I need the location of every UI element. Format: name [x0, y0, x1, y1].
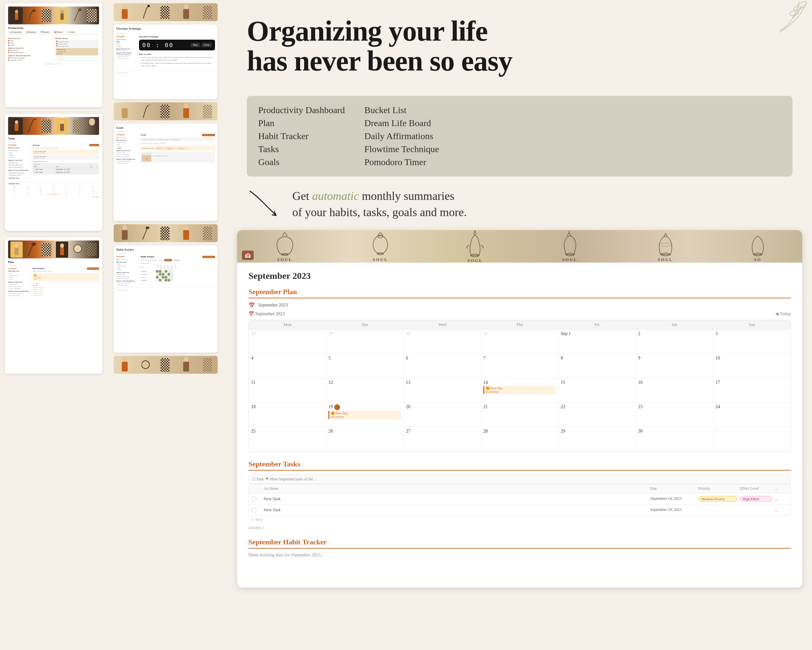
priority-badge: Medium Priority [698, 496, 737, 502]
tasks-section: September Tasks ☐ Task ⚑ Most Important … [249, 460, 791, 530]
feature-col-2: Bucket List Dream Life Board Daily Affir… [365, 105, 439, 167]
cal-cell[interactable]: 31 [481, 330, 558, 354]
tasks-nav: Navigation Plan Your Life • Productivity… [8, 144, 31, 180]
cal-cell[interactable]: 15 [558, 378, 636, 403]
cal-cell[interactable]: 29 [326, 330, 403, 354]
cal-cell[interactable]: 30 [636, 427, 713, 451]
habit-screenshot: Habit Tracker • Instructions Navigation … [114, 245, 218, 353]
cal-cell[interactable]: 26 [326, 427, 403, 451]
calendar-grid: Mon Tue Wed Thu Fri Sat Sun 28 29 30 31 [249, 320, 791, 452]
feature-item: Daily Affirmations [365, 131, 439, 141]
summary-text: Get automatic monthly summaries of your … [292, 188, 467, 221]
feature-col-1: Productivity Dashboard Plan Habit Tracke… [258, 105, 345, 167]
task-checkbox[interactable] [251, 507, 256, 512]
svg-point-11 [15, 243, 18, 248]
task-row-2: New Task September 19, 2023 ... [249, 505, 791, 515]
habit-title: Habit Tracker [116, 248, 215, 251]
tasks-content: All Tasks New Task ☑ All Time⊙ No GroupF… [32, 144, 99, 180]
svg-rect-1 [15, 13, 18, 20]
cal-cell[interactable]: 10 [713, 354, 791, 378]
cal-cell[interactable]: 23 [636, 403, 713, 427]
svg-point-3 [60, 10, 64, 14]
cal-cell[interactable]: 3 [713, 330, 791, 354]
cal-cell[interactable]: 7 [481, 354, 558, 378]
clear-btn[interactable]: Clear [202, 43, 212, 47]
feature-item: Dream Life Board [365, 118, 439, 128]
task-due: September 14, 2023 [650, 496, 696, 501]
plan-art-banner [8, 240, 99, 258]
cal-cell[interactable]: 14 🟠 New Day09/14/2023 [481, 378, 558, 403]
play-btn[interactable]: Play [191, 43, 200, 47]
cal-cell[interactable]: 6 [404, 354, 481, 378]
cal-cell[interactable]: 2 [636, 330, 713, 354]
plan-title: Plan [8, 260, 99, 263]
svg-rect-4 [60, 13, 64, 20]
cal-cell[interactable]: 13 [404, 378, 481, 403]
cal-cell[interactable]: 9 [636, 354, 713, 378]
cal-cell[interactable]: 12 [326, 378, 403, 403]
cal-cell[interactable]: 25 [249, 427, 326, 451]
svg-point-47 [659, 243, 672, 246]
right-section: Organizing your life has never been so e… [227, 0, 812, 650]
svg-point-17 [122, 4, 127, 9]
svg-point-13 [32, 242, 36, 246]
today-btn[interactable]: ◀ Today [775, 311, 791, 316]
plan-content: Plan Database Plan New Day TableBoardTim… [32, 268, 99, 297]
cal-header: Mon Tue Wed Thu Fri Sat Sun [249, 320, 791, 330]
feature-item: Pomodoro Timer [365, 157, 439, 167]
feature-item: Goals [258, 157, 345, 167]
task-checkbox[interactable] [251, 496, 256, 502]
cal-cell[interactable]: 28 [249, 330, 326, 354]
svg-rect-30 [183, 230, 189, 240]
cal-cell[interactable]: 18 [249, 403, 326, 427]
cal-cell[interactable]: 16 [636, 378, 713, 403]
cal-cell[interactable]: 28 [481, 427, 558, 451]
cal-cell[interactable]: 5 [326, 354, 403, 378]
add-goal-btn[interactable]: Add New Goal [202, 134, 215, 136]
add-new-task[interactable]: + New [249, 515, 791, 525]
svg-rect-23 [122, 108, 128, 118]
task-due: September 19, 2023 [650, 507, 696, 512]
productivity-nav: 📊 Productivity 🏠 Routines 📅 Planner 🎯 Tr… [8, 31, 99, 35]
svg-point-22 [122, 103, 127, 109]
task-name: New Task [264, 507, 619, 512]
task-name: New Task [264, 496, 619, 502]
cal-cell[interactable]: 29 [558, 427, 636, 451]
cal-cell[interactable]: 19 🟠 New Day09/19/2023 [326, 403, 403, 427]
feature-item: Habit Tracker [258, 131, 345, 141]
svg-point-0 [15, 10, 18, 14]
cal-cell[interactable]: 30 [404, 330, 481, 354]
goals-title: Goals [116, 126, 215, 129]
cal-cell[interactable]: 24 [713, 403, 791, 427]
cal-cell[interactable]: 21 [481, 403, 558, 427]
dash-month: September 2023 [249, 271, 791, 281]
productivity-content: Plan Your Life Plan Tasks Goals Improve … [8, 37, 99, 61]
cal-cell[interactable]: 20 [404, 403, 481, 427]
svg-rect-18 [122, 9, 128, 19]
cal-body: 28 29 30 31 Sep 1 2 3 4 5 6 7 8 9 [249, 330, 791, 451]
svg-rect-21 [183, 9, 189, 19]
svg-rect-25 [183, 108, 189, 118]
plan-section: September Plan 📅 September 2023 📅 Septem… [249, 288, 791, 452]
svg-rect-9 [60, 124, 64, 131]
svg-rect-7 [15, 124, 18, 131]
svg-point-2 [32, 9, 36, 13]
habit-section-title: September Habit Tracker [249, 538, 791, 549]
cal-cell[interactable]: 1 [713, 427, 791, 451]
cal-cell[interactable]: 22 [558, 403, 636, 427]
middle-column: Flowtime Technique • Instructions Naviga… [110, 0, 221, 650]
plan-date-row: 📅 September 2023 [249, 302, 791, 309]
hero-area: Organizing your life has never been so e… [227, 0, 812, 96]
cal-cell[interactable]: 4 [249, 354, 326, 378]
svg-rect-35 [183, 362, 189, 372]
cal-cell[interactable]: Sep 1 [558, 330, 636, 354]
tasks-art-banner [8, 117, 99, 135]
cal-cell[interactable]: 17 [713, 378, 791, 403]
add-day-btn[interactable]: Add New Day [202, 256, 215, 258]
cal-cell[interactable]: 8 [558, 354, 636, 378]
cal-cell[interactable]: 11 [249, 378, 326, 403]
tasks-screenshot: Tasks • Instructions Navigation Plan You… [5, 114, 102, 231]
mini-calendar: MonTueWedThuFriSatSun 28293031123 456789… [8, 185, 99, 195]
cal-cell[interactable]: 27 [404, 427, 481, 451]
plan-title: September Plan [249, 288, 791, 298]
